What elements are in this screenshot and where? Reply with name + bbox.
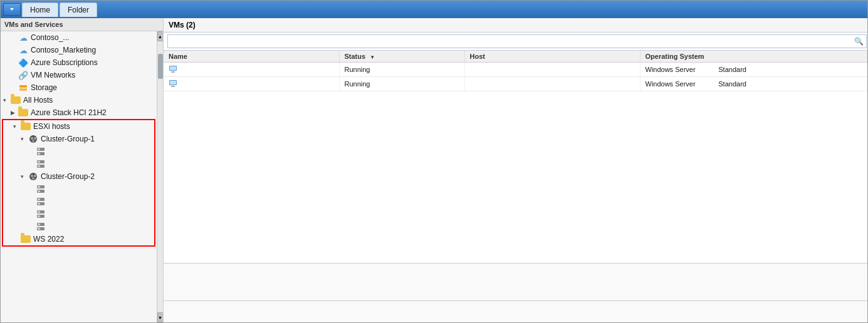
no-arrow: [28, 211, 34, 217]
server-icon: [36, 197, 46, 207]
svg-marker-0: [10, 8, 14, 11]
svg-rect-8: [38, 148, 40, 150]
vm-os-cell: Windows Server Standard: [640, 63, 867, 77]
sidebar-item-vm-networks[interactable]: 🔗 VM Networks: [1, 69, 157, 81]
cloud-icon: ☁: [18, 33, 28, 43]
bottom-panel-1: [164, 263, 867, 300]
col-header-status[interactable]: Status ▼: [339, 51, 464, 63]
sidebar-item-esxi-hosts[interactable]: ▾ ESXi hosts: [3, 120, 154, 133]
vm-status-cell: Running: [339, 77, 464, 91]
no-arrow: [11, 47, 17, 53]
sidebar-item-cg2-server2[interactable]: [3, 195, 154, 208]
sidebar-item-cg2-server1[interactable]: [3, 183, 154, 195]
sidebar-item-cg1-server1[interactable]: [3, 145, 154, 158]
svg-rect-14: [38, 165, 40, 167]
storage-icon: [18, 83, 28, 93]
svg-rect-20: [38, 186, 40, 188]
no-arrow: [28, 148, 34, 155]
svg-rect-26: [38, 203, 40, 205]
sidebar-scrollbar[interactable]: ▲ ▼: [157, 31, 163, 322]
folder-icon: [21, 121, 31, 131]
sidebar-label: VM Networks: [31, 71, 75, 79]
svg-rect-34: [38, 228, 40, 230]
sidebar-label: Azure Subscriptions: [31, 58, 98, 67]
no-arrow: [28, 186, 34, 192]
server-icon: [36, 209, 46, 219]
sidebar-item-cg1-server2[interactable]: [3, 158, 154, 170]
expand-arrow-icon: ▶: [11, 110, 17, 116]
vm-host-cell: [464, 63, 640, 77]
svg-rect-37: [170, 66, 176, 70]
table-header-row: Name Status ▼ Host Operating System: [164, 51, 867, 63]
svg-rect-22: [38, 190, 40, 192]
cluster-icon: [28, 134, 38, 144]
sidebar-item-contoso-marketing[interactable]: ☁ Contoso_Marketing: [1, 44, 157, 56]
sidebar-item-storage[interactable]: Storage: [1, 81, 157, 94]
sidebar-header: VMs and Services: [1, 18, 163, 31]
sidebar-item-cluster-group-2[interactable]: ▾ Cluster-Group-2: [3, 170, 154, 183]
sidebar-item-all-hosts[interactable]: ▾ All Hosts: [1, 94, 157, 106]
svg-point-5: [34, 137, 36, 140]
server-icon: [36, 159, 46, 169]
vm-host-cell: [464, 77, 640, 91]
title-bar: Home Folder: [1, 1, 867, 18]
svg-point-4: [31, 137, 33, 140]
svg-rect-32: [38, 223, 40, 225]
expand-arrow-icon: ▾: [21, 173, 27, 180]
svg-rect-12: [38, 161, 40, 163]
dropdown-button[interactable]: [3, 3, 21, 16]
cloud-icon: ☁: [18, 45, 28, 55]
table-row[interactable]: Running Windows Server Standard: [164, 77, 867, 91]
sidebar-label: Contoso_...: [31, 33, 69, 42]
vm-name-cell: [164, 63, 339, 77]
folder-icon: [11, 95, 21, 105]
scroll-down-button[interactable]: ▼: [157, 312, 164, 322]
content-header: VMs (2): [164, 18, 867, 33]
folder-icon: [21, 234, 31, 244]
vm-status-cell: Running: [339, 63, 464, 77]
col-header-host[interactable]: Host: [464, 51, 640, 63]
sidebar-label: Azure Stack HCI 21H2: [31, 108, 107, 117]
tab-folder[interactable]: Folder: [60, 3, 97, 17]
sidebar-label: Contoso_Marketing: [31, 46, 96, 54]
expand-arrow-icon: ▾: [21, 136, 27, 142]
svg-rect-40: [170, 81, 176, 85]
scroll-track: [158, 41, 163, 312]
search-input[interactable]: [167, 34, 867, 48]
sidebar-item-contoso[interactable]: ☁ Contoso_...: [1, 31, 157, 44]
server-icon: [36, 146, 46, 156]
search-bar: 🔍: [164, 33, 867, 51]
no-arrow: [28, 223, 34, 230]
no-arrow: [11, 34, 17, 41]
col-header-os[interactable]: Operating System: [640, 51, 867, 63]
sidebar-item-azure-stack[interactable]: ▶ Azure Stack HCI 21H2: [1, 106, 157, 119]
server-icon: [36, 222, 46, 232]
svg-rect-28: [38, 211, 40, 213]
svg-point-6: [32, 140, 34, 142]
svg-rect-2: [19, 88, 27, 91]
vm-icon: [169, 81, 177, 89]
expand-arrow-icon: ▾: [13, 123, 19, 130]
search-button[interactable]: 🔍: [854, 37, 864, 46]
sidebar: VMs and Services ☁ Contoso_... ☁ Contoso…: [1, 18, 164, 322]
sort-arrow-icon: ▼: [370, 54, 375, 60]
sidebar-item-cg2-server4[interactable]: [3, 220, 154, 233]
sidebar-scroll[interactable]: ☁ Contoso_... ☁ Contoso_Marketing 🔷 Azur…: [1, 31, 157, 322]
table-row[interactable]: Running Windows Server Standard: [164, 63, 867, 77]
scroll-thumb[interactable]: [158, 54, 163, 79]
col-header-name[interactable]: Name: [164, 51, 339, 63]
tab-home[interactable]: Home: [22, 3, 58, 17]
sidebar-label: Storage: [31, 83, 57, 92]
sidebar-item-cluster-group-1[interactable]: ▾ Cluster-Group-1: [3, 133, 154, 145]
expand-arrow-icon: ▾: [3, 97, 9, 103]
scroll-up-button[interactable]: ▲: [157, 31, 164, 41]
cluster-icon: [28, 172, 38, 182]
sidebar-label: Cluster-Group-2: [41, 172, 95, 181]
sidebar-item-cg2-server3[interactable]: [3, 208, 154, 220]
sidebar-item-ws2022[interactable]: WS 2022: [3, 233, 154, 245]
no-arrow: [28, 161, 34, 167]
sidebar-label: WS 2022: [33, 235, 64, 244]
svg-rect-39: [171, 86, 175, 87]
no-arrow: [11, 59, 17, 66]
sidebar-item-azure-subscriptions[interactable]: 🔷 Azure Subscriptions: [1, 56, 157, 69]
